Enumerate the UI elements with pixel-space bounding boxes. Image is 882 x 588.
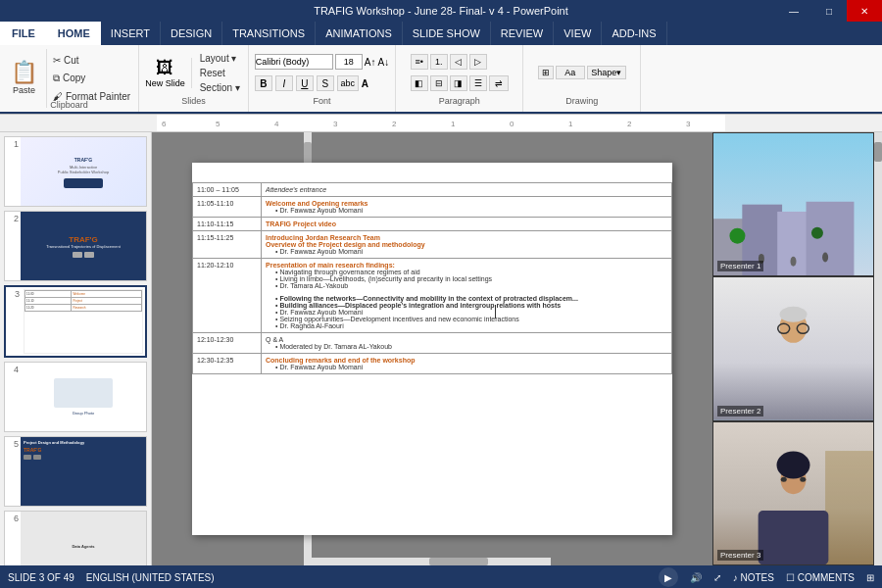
svg-point-19 (822, 252, 828, 262)
right-scroll-thumb[interactable] (874, 142, 882, 162)
minimize-button[interactable]: — (776, 0, 811, 22)
quick-styles-button[interactable]: Aa (556, 66, 585, 79)
layout-button[interactable]: Layout ▾ (198, 52, 242, 65)
slide-canvas[interactable]: 11:00 – 11:05 Attendee's entrance 11:05-… (192, 163, 672, 535)
bullet-item: • Dr. Fawwaz Ayoub Momani (266, 207, 667, 214)
arrange-button[interactable]: ⊞ (538, 66, 554, 79)
align-center-button[interactable]: ⊟ (430, 75, 448, 91)
align-right-button[interactable]: ◨ (450, 75, 467, 91)
content-cell: TRAFIG Project video (262, 218, 672, 231)
statusbar-left: SLIDE 3 OF 49 ENGLISH (UNITED STATES) (8, 572, 647, 583)
tab-review[interactable]: REVIEW (491, 22, 554, 45)
comments-button[interactable]: ☐ COMMENTS (786, 572, 855, 583)
slide-thumb-5[interactable]: 5 Project Design and Methodology TRAF'G (4, 436, 147, 507)
tab-addins[interactable]: ADD-INS (602, 22, 666, 45)
slides-group-content: 🖼 New Slide Layout ▾ Reset Section ▾ (145, 49, 242, 96)
smartart-button[interactable]: ⇌ (489, 75, 509, 91)
paste-button[interactable]: 📋 Paste (2, 49, 47, 108)
video-bg-2 (713, 277, 873, 419)
increase-indent-button[interactable]: ▷ (469, 54, 487, 70)
slide-preview-2: TRAF'G Transnational Trajectories of Dis… (21, 212, 146, 280)
video-panels: Presenter 1 (712, 132, 874, 565)
decrease-indent-button[interactable]: ◁ (450, 54, 467, 70)
bottom-scrollbar[interactable] (312, 558, 551, 565)
svg-text:4: 4 (274, 120, 279, 128)
svg-rect-16 (807, 202, 855, 276)
slide-number-6: 6 (5, 512, 21, 565)
cut-icon: ✂ (53, 55, 61, 66)
slide-thumb-3[interactable]: 3 11:00Welcome 11:10Project 11:20Researc… (4, 285, 147, 358)
fit-button[interactable]: ⤢ (713, 572, 721, 583)
presenter2-svg (713, 277, 873, 419)
paste-icon: 📋 (11, 62, 37, 83)
slide-thumb-2[interactable]: 2 TRAF'G Transnational Trajectories of D… (4, 211, 147, 281)
tab-view[interactable]: VIEW (554, 22, 602, 45)
play-icon: ▶ (664, 572, 672, 583)
zoom-button[interactable]: ⊞ (866, 572, 874, 583)
font-size-input[interactable] (335, 54, 363, 70)
section-button[interactable]: Section ▾ (198, 81, 242, 94)
tab-file[interactable]: FILE (0, 22, 48, 45)
slide-thumb-4[interactable]: 4 Group Photo (4, 362, 147, 432)
font-size-decrease[interactable]: A↓ (377, 57, 389, 68)
drawing-group: ⊞ Aa Shape▾ Drawing (523, 45, 641, 112)
tab-animations[interactable]: ANIMATIONS (316, 22, 403, 45)
statusbar: SLIDE 3 OF 49 ENGLISH (UNITED STATES) ▶ … (0, 565, 882, 588)
shape-buttons: ⊞ Aa Shape▾ (538, 66, 626, 79)
underline-button[interactable]: U (296, 75, 314, 91)
svg-point-18 (791, 257, 797, 267)
slide-sub-buttons: Layout ▾ Reset Section ▾ (198, 52, 242, 94)
table-row: 12:30-12:35 Concluding remarks and end o… (193, 354, 672, 374)
audio-button[interactable]: 🔊 (690, 572, 702, 583)
font-format-buttons: B I U S abc A (255, 75, 368, 91)
italic-button[interactable]: I (275, 75, 293, 91)
shape-fill-button[interactable]: Shape▾ (587, 66, 626, 79)
align-left-button[interactable]: ◧ (411, 75, 428, 91)
content-cell: Welcome and Opening remarks • Dr. Fawwaz… (262, 197, 672, 218)
schedule-table: 11:00 – 11:05 Attendee's entrance 11:05-… (192, 182, 672, 374)
text-color-button[interactable]: A (362, 78, 368, 89)
paragraph-group: ≡• 1. ◁ ▷ ◧ ⊟ ◨ ☰ ⇌ Paragraph (396, 45, 523, 112)
bullets-button[interactable]: ≡• (411, 54, 428, 70)
svg-text:3: 3 (333, 120, 338, 128)
ruler-svg: 6 5 4 3 2 1 0 1 2 3 4 (157, 115, 725, 131)
cut-button[interactable]: ✂ Cut (51, 54, 132, 67)
bold-button[interactable]: B (255, 75, 272, 91)
row-title: Introducing Jordan Research Team (266, 234, 667, 241)
font-family-input[interactable] (255, 54, 333, 70)
tab-home[interactable]: HOME (48, 22, 101, 45)
row-title: Welcome and Opening remarks (266, 200, 667, 207)
shadow-button[interactable]: abc (337, 75, 359, 91)
tab-design[interactable]: DESIGN (161, 22, 222, 45)
copy-button[interactable]: ⧉ Copy (51, 72, 132, 85)
notes-button[interactable]: ♪ NOTES (733, 572, 774, 583)
tab-slideshow[interactable]: SLIDE SHOW (403, 22, 491, 45)
new-slide-button[interactable]: 🖼 New Slide (145, 58, 192, 88)
slide-thumb-1[interactable]: 1 TRAF'G Multi-InteractivePublic Stakeho… (4, 136, 147, 207)
svg-rect-0 (157, 115, 725, 131)
reset-button[interactable]: Reset (198, 67, 242, 79)
justify-button[interactable]: ☰ (469, 75, 487, 91)
thumb1-title: TRAF'G (73, 155, 94, 165)
strikethrough-button[interactable]: S (317, 75, 334, 91)
slide-preview-3: 11:00Welcome 11:10Project 11:20Research (22, 287, 145, 356)
maximize-button[interactable]: □ (811, 0, 847, 22)
window-controls: — □ ✕ (776, 0, 882, 22)
play-button[interactable]: ▶ (659, 567, 678, 587)
right-scrollbar[interactable] (874, 132, 882, 565)
bottom-scroll-thumb[interactable] (429, 558, 488, 565)
video-bg-1 (713, 133, 873, 275)
slide-preview-6: Data Agents (21, 512, 146, 565)
thumb6-content: Data Agents (72, 544, 94, 549)
video-bg-3 (713, 422, 873, 564)
bullet-item: • Dr. Fawwaz Ayoub Momani (266, 248, 667, 255)
thumb2-title: TRAF'G (69, 235, 97, 244)
bullet-item: • Moderated by Dr. Tamara AL-Yakoub (266, 343, 667, 350)
slide-thumb-6[interactable]: 6 Data Agents (4, 511, 147, 565)
numbering-button[interactable]: 1. (430, 54, 448, 70)
tab-insert[interactable]: INSERT (101, 22, 161, 45)
font-size-increase[interactable]: A↑ (365, 57, 376, 68)
tab-transitions[interactable]: TRANSITIONS (222, 22, 316, 45)
close-button[interactable]: ✕ (847, 0, 882, 22)
svg-point-34 (800, 476, 806, 481)
